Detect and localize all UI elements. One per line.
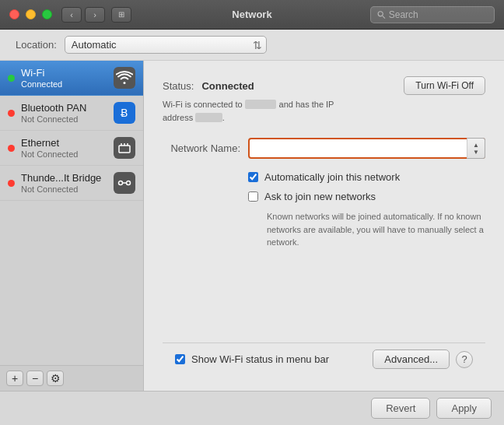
sidebar-item-bridge[interactable]: Thunde...It Bridge Not Connected (0, 166, 143, 201)
info-line2: and has the IP (279, 100, 334, 109)
body-layout: Wi-Fi Connected Bluetooth PAN (0, 61, 504, 391)
search-input[interactable] (389, 9, 488, 20)
svg-point-6 (119, 181, 123, 185)
advanced-button[interactable]: Advanced... (373, 349, 450, 369)
svg-rect-2 (119, 146, 130, 153)
bridge-item-status: Not Connected (21, 184, 110, 194)
grid-button[interactable]: ⊞ (111, 7, 131, 23)
network-name-stepper[interactable]: ▲▼ (467, 138, 485, 159)
titlebar: ‹ › ⊞ Network (0, 0, 504, 30)
show-wifi-row: Show Wi-Fi status in menu bar (175, 353, 329, 365)
network-name-input[interactable] (248, 138, 485, 159)
helper-text: Known networks will be joined automatica… (163, 210, 485, 249)
traffic-lights (9, 9, 52, 19)
info-ip-redacted (195, 113, 222, 122)
remove-network-button[interactable]: − (26, 371, 44, 386)
bridge-status-dot (8, 180, 15, 187)
gear-button[interactable]: ⚙ (47, 371, 64, 386)
network-name-wrapper: ▲▼ (248, 138, 485, 159)
nav-buttons: ‹ › (61, 7, 105, 23)
info-ssid-redacted (245, 100, 277, 109)
svg-point-0 (378, 11, 383, 16)
bottom-right: Advanced... ? (373, 349, 473, 369)
show-wifi-checkbox[interactable] (175, 354, 185, 364)
eth-item-name: Ethernet (21, 137, 110, 149)
location-wrapper: Automatic ⇅ (65, 36, 267, 54)
add-network-button[interactable]: + (6, 371, 23, 386)
help-button[interactable]: ? (456, 351, 473, 368)
main-content: Location: Automatic ⇅ Wi-Fi Connected (0, 30, 504, 391)
bottom-bar: Show Wi-Fi status in menu bar Advanced..… (163, 342, 485, 375)
bt-item-info: Bluetooth PAN Not Connected (21, 102, 110, 124)
bridge-item-info: Thunde...It Bridge Not Connected (21, 172, 110, 194)
minimize-button[interactable] (26, 9, 36, 19)
ask-join-checkbox[interactable] (248, 191, 258, 202)
wifi-item-status: Connected (21, 79, 110, 89)
revert-button[interactable]: Revert (371, 398, 430, 419)
svg-line-1 (383, 16, 385, 18)
location-select[interactable]: Automatic (65, 36, 267, 54)
eth-item-info: Ethernet Not Connected (21, 137, 110, 159)
ask-join-row: Ask to join new networks (163, 191, 485, 202)
turn-off-button[interactable]: Turn Wi-Fi Off (404, 76, 485, 95)
status-value: Connected (201, 80, 254, 92)
sidebar: Wi-Fi Connected Bluetooth PAN (0, 61, 144, 391)
location-bar: Location: Automatic ⇅ (0, 30, 504, 61)
auto-join-row: Automatically join this network (163, 171, 485, 183)
info-line3: address (163, 113, 193, 122)
wifi-item-info: Wi-Fi Connected (21, 67, 110, 89)
bridge-item-name: Thunde...It Bridge (21, 172, 110, 184)
location-label: Location: (16, 39, 57, 51)
wifi-item-name: Wi-Fi (21, 67, 110, 79)
network-name-row: Network Name: ▲▼ (163, 138, 485, 159)
forward-button[interactable]: › (85, 7, 105, 23)
show-wifi-label[interactable]: Show Wi-Fi status in menu bar (191, 353, 329, 365)
sidebar-item-ethernet[interactable]: Ethernet Not Connected (0, 131, 143, 166)
eth-item-status: Not Connected (21, 149, 110, 159)
sidebar-item-bluetooth[interactable]: Bluetooth PAN Not Connected Ƀ (0, 96, 143, 131)
main-panel: Status: Connected Turn Wi-Fi Off Wi-Fi i… (144, 61, 504, 391)
wifi-status-dot (8, 75, 15, 82)
svg-point-7 (127, 181, 131, 185)
info-line1: Wi-Fi is connected to (163, 100, 243, 109)
bridge-icon (114, 172, 135, 194)
bt-item-status: Not Connected (21, 114, 110, 124)
maximize-button[interactable] (42, 9, 52, 19)
search-box[interactable] (370, 6, 495, 23)
auto-join-checkbox[interactable] (248, 172, 258, 182)
footer: Revert Apply (0, 391, 504, 425)
ask-join-label[interactable]: Ask to join new networks (264, 191, 376, 202)
bt-status-dot (8, 110, 15, 117)
window-title: Network (232, 9, 271, 20)
bt-item-name: Bluetooth PAN (21, 102, 110, 114)
bluetooth-icon: Ƀ (114, 102, 135, 124)
wifi-info-text: Wi-Fi is connected to and has the IP add… (163, 98, 443, 124)
wifi-icon (114, 67, 135, 89)
sidebar-item-wifi[interactable]: Wi-Fi Connected (0, 61, 143, 96)
sidebar-toolbar: + − ⚙ (0, 365, 143, 391)
back-button[interactable]: ‹ (61, 7, 82, 23)
eth-status-dot (8, 145, 15, 152)
close-button[interactable] (9, 9, 19, 19)
status-label: Status: (163, 80, 194, 92)
network-name-label: Network Name: (163, 142, 240, 154)
ethernet-icon (114, 137, 135, 159)
status-row: Status: Connected Turn Wi-Fi Off (163, 76, 485, 95)
wifi-signal-icon (116, 71, 133, 85)
apply-button[interactable]: Apply (436, 398, 492, 419)
search-icon (377, 10, 386, 19)
auto-join-label[interactable]: Automatically join this network (264, 171, 400, 183)
